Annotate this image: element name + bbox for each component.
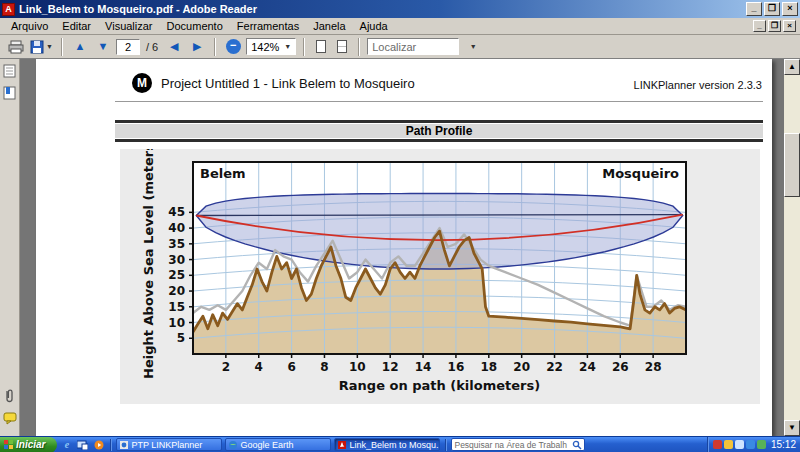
svg-text:15: 15 — [168, 300, 185, 314]
tray-icon[interactable] — [724, 440, 733, 449]
svg-text:12: 12 — [382, 360, 399, 374]
svg-text:8: 8 — [320, 360, 328, 374]
svg-text:14: 14 — [415, 360, 432, 374]
pages-panel-button[interactable] — [2, 63, 18, 79]
start-label: Iniciar — [16, 439, 45, 450]
quicklaunch-ie-icon[interactable]: e — [60, 438, 73, 451]
zoom-out-button[interactable]: − — [223, 37, 243, 57]
svg-text:35: 35 — [168, 237, 185, 251]
previous-page-button[interactable]: ▲ — [70, 37, 90, 57]
doc-minimize-button[interactable]: _ — [753, 20, 766, 32]
tray-icon[interactable] — [757, 440, 766, 449]
scroll-down-button[interactable]: ▼ — [784, 420, 800, 436]
scroll-up-button[interactable]: ▲ — [784, 59, 800, 75]
section-title: Path Profile — [115, 124, 763, 138]
zoom-value: 142% — [251, 41, 279, 53]
toolbar: ▼ ▲ ▼ / 6 ◀ ▶ − 142% ▼ ▼ — [0, 35, 800, 59]
svg-text:45: 45 — [168, 205, 185, 219]
quicklaunch-media-icon[interactable] — [92, 438, 105, 451]
scrollbar-track[interactable] — [784, 75, 800, 420]
taskbar-clock[interactable]: 15:12 — [771, 439, 796, 450]
svg-text:24: 24 — [579, 360, 596, 374]
svg-text:16: 16 — [448, 360, 465, 374]
motorola-logo: M — [132, 73, 152, 93]
pdf-page: M Project Untitled 1 - Link Belem to Mos… — [36, 59, 772, 436]
quicklaunch-show-desktop-icon[interactable] — [76, 438, 89, 451]
next-view-button[interactable]: ▶ — [187, 37, 207, 57]
arrow-left-icon: ◀ — [170, 41, 178, 52]
svg-text:6: 6 — [287, 360, 295, 374]
doc-close-button[interactable]: × — [783, 20, 796, 32]
windows-logo-icon — [4, 440, 13, 449]
menu-ajuda[interactable]: Ajuda — [353, 19, 395, 33]
menu-janela[interactable]: Janela — [306, 19, 352, 33]
adobe-reader-task-icon — [338, 441, 346, 449]
svg-text:Range on path (kilometers): Range on path (kilometers) — [339, 378, 540, 393]
bookmarks-icon — [3, 86, 16, 100]
tray-icon[interactable] — [713, 440, 722, 449]
zoom-dropdown-arrow: ▼ — [284, 43, 291, 50]
taskbar-task-link-belem-pdf[interactable]: Link_Belem to Mosqu... — [334, 438, 440, 451]
svg-text:10: 10 — [349, 360, 366, 374]
report-header: M Project Untitled 1 - Link Belem to Mos… — [132, 73, 415, 93]
svg-text:26: 26 — [612, 360, 629, 374]
comments-panel-button[interactable] — [2, 410, 18, 426]
taskbar-task-google-earth[interactable]: Google Earth — [225, 438, 331, 451]
printer-icon — [8, 40, 24, 54]
minimize-button[interactable]: _ — [746, 2, 762, 16]
next-page-button[interactable]: ▼ — [93, 37, 113, 57]
desktop-search-input[interactable] — [454, 440, 572, 450]
svg-text:10: 10 — [168, 316, 185, 330]
svg-text:20: 20 — [513, 360, 530, 374]
svg-text:22: 22 — [546, 360, 563, 374]
find-options-dropdown[interactable]: ▼ — [462, 37, 482, 57]
menu-ferramentas[interactable]: Ferramentas — [230, 19, 306, 33]
taskbar-task-ptp-linkplanner[interactable]: PTP LINKPlanner — [116, 438, 222, 451]
zoom-level-select[interactable]: 142% ▼ — [246, 38, 296, 55]
restore-button[interactable]: ❐ — [764, 2, 780, 16]
taskbar: Iniciar e PTP LINKPlanner Google Earth L… — [0, 436, 800, 452]
arrow-right-icon: ▶ — [193, 41, 201, 52]
single-page-view-button[interactable] — [312, 38, 330, 56]
scrollbar-thumb[interactable] — [784, 133, 800, 197]
page-number-input[interactable] — [116, 39, 140, 55]
svg-text:4: 4 — [255, 360, 263, 374]
previous-view-button[interactable]: ◀ — [164, 37, 184, 57]
save-icon — [30, 40, 44, 54]
continuous-page-icon — [337, 40, 347, 53]
paperclip-icon — [3, 389, 16, 404]
save-dropdown-arrow: ▼ — [46, 43, 53, 50]
find-input[interactable] — [367, 38, 459, 55]
close-button[interactable]: × — [782, 2, 798, 16]
page-count-label: / 6 — [146, 41, 158, 53]
svg-text:2: 2 — [222, 360, 230, 374]
tray-icon[interactable] — [746, 440, 755, 449]
menu-arquivo[interactable]: Arquivo — [4, 19, 55, 33]
start-button[interactable]: Iniciar — [0, 437, 57, 452]
svg-text:Belem: Belem — [200, 166, 246, 181]
pages-icon — [3, 64, 16, 78]
menu-bar: Arquivo Editar Visualizar Documento Ferr… — [0, 18, 800, 35]
comment-icon — [3, 412, 17, 425]
window-title: Link_Belem to Mosqueiro.pdf - Adobe Read… — [19, 3, 746, 15]
menu-documento[interactable]: Documento — [160, 19, 230, 33]
print-button[interactable] — [6, 37, 26, 57]
single-page-icon — [316, 40, 326, 53]
menu-editar[interactable]: Editar — [55, 19, 98, 33]
menu-visualizar[interactable]: Visualizar — [98, 19, 160, 33]
google-earth-task-icon — [229, 441, 237, 449]
doc-restore-button[interactable]: ❐ — [768, 20, 781, 32]
vertical-scrollbar[interactable]: ▲ ▼ — [784, 59, 800, 436]
save-button[interactable]: ▼ — [29, 37, 54, 57]
search-icon — [572, 440, 582, 450]
tray-icon[interactable] — [735, 440, 744, 449]
title-bar: A Link_Belem to Mosqueiro.pdf - Adobe Re… — [0, 0, 800, 18]
svg-text:Height Above Sea Level (meters: Height Above Sea Level (meters) — [141, 149, 156, 379]
svg-text:40: 40 — [168, 221, 185, 235]
continuous-view-button[interactable] — [333, 38, 351, 56]
bookmarks-panel-button[interactable] — [2, 85, 18, 101]
zoom-minus-icon: − — [226, 39, 241, 54]
document-area: M Project Untitled 1 - Link Belem to Mos… — [20, 59, 784, 436]
attachments-panel-button[interactable] — [2, 388, 18, 404]
svg-text:30: 30 — [168, 253, 185, 267]
